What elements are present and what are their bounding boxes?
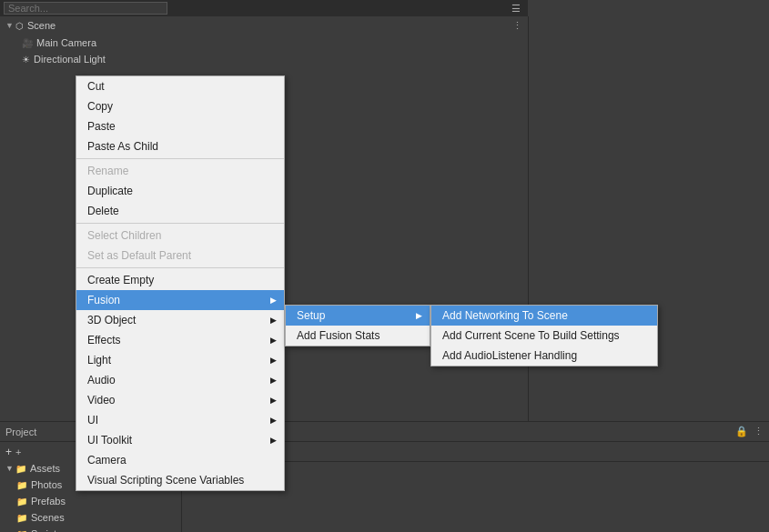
scenes-item[interactable]: 📁 Scenes: [0, 509, 181, 526]
context-menu-delete[interactable]: Delete: [76, 201, 284, 221]
add-icon: +: [5, 446, 12, 458]
video-arrow: ▶: [270, 396, 277, 405]
scenes-folder-icon: 📁: [16, 513, 27, 523]
uitoolkit-arrow: ▶: [270, 436, 277, 445]
scene-row[interactable]: ▼ ⬡ Scene ⋮: [0, 16, 528, 35]
scripts-folder-icon: 📁: [16, 529, 27, 533]
effects-arrow: ▶: [270, 336, 277, 345]
setup-submenu-networking[interactable]: Add Networking To Scene: [431, 306, 657, 326]
photos-label: Photos: [31, 479, 62, 490]
prefabs-item[interactable]: 📁 Prefabs: [0, 493, 181, 509]
scenes-label: Scenes: [31, 512, 65, 523]
scene-menu-icon[interactable]: ⋮: [512, 20, 522, 32]
prefabs-label: Prefabs: [31, 496, 66, 507]
context-menu: Cut Copy Paste Paste As Child Rename Dup…: [76, 75, 285, 491]
3dobject-arrow: ▶: [270, 316, 277, 325]
more-icon[interactable]: ⋮: [754, 426, 764, 437]
assets-arrow: ▼: [5, 464, 14, 473]
context-menu-audio[interactable]: Audio ▶: [76, 370, 284, 390]
audio-arrow: ▶: [270, 376, 277, 385]
context-menu-cut[interactable]: Cut: [76, 76, 284, 96]
context-menu-light[interactable]: Light ▶: [76, 350, 284, 370]
context-menu-visual-scripting[interactable]: Visual Scripting Scene Variables: [76, 470, 284, 490]
fusion-arrow: ▶: [270, 296, 277, 305]
context-menu-rename: Rename: [76, 161, 284, 181]
setup-arrow: ▶: [416, 311, 422, 320]
context-menu-select-children: Select Children: [76, 226, 284, 246]
add-label: +: [15, 447, 21, 457]
main-camera-label: Main Camera: [36, 37, 96, 48]
directional-light-label: Directional Light: [34, 54, 106, 65]
context-menu-paste-as-child[interactable]: Paste As Child: [76, 136, 284, 156]
separator-2: [76, 223, 284, 224]
setup-submenu: Add Networking To Scene Add Current Scen…: [430, 305, 658, 366]
setup-submenu-audiolistener[interactable]: Add AudioListener Handling: [431, 346, 657, 366]
fusion-submenu-setup[interactable]: Setup ▶: [286, 306, 430, 326]
scene-icon: ⬡: [15, 21, 24, 31]
tree-item-main-camera[interactable]: 🎥 Main Camera: [0, 35, 528, 51]
context-menu-duplicate[interactable]: Duplicate: [76, 181, 284, 201]
context-menu-paste[interactable]: Paste: [76, 116, 284, 136]
context-menu-camera[interactable]: Camera: [76, 450, 284, 470]
context-menu-video[interactable]: Video ▶: [76, 390, 284, 410]
ui-arrow: ▶: [270, 416, 277, 425]
photos-folder-icon: 📁: [16, 480, 27, 490]
context-menu-effects[interactable]: Effects ▶: [76, 330, 284, 350]
prefabs-folder-icon: 📁: [16, 497, 27, 507]
tree-item-directional-light[interactable]: ☀ Directional Light: [0, 51, 528, 67]
scene-arrow: ▼: [5, 21, 14, 30]
fusion-submenu: Setup ▶ Add Fusion Stats: [285, 305, 430, 346]
light-icon: ☀: [22, 55, 30, 65]
setup-submenu-build-settings[interactable]: Add Current Scene To Build Settings: [431, 326, 657, 346]
light-arrow: ▶: [270, 356, 277, 365]
fusion-submenu-stats[interactable]: Add Fusion Stats: [286, 326, 430, 346]
scene-label: Scene: [27, 20, 56, 31]
assets-label: Assets: [30, 463, 60, 474]
context-menu-set-default-parent: Set as Default Parent: [76, 246, 284, 266]
hierarchy-options-icon: ☰: [511, 3, 521, 15]
context-menu-3dobject[interactable]: 3D Object ▶: [76, 310, 284, 330]
context-menu-create-empty[interactable]: Create Empty: [76, 270, 284, 290]
context-menu-ui[interactable]: UI ▶: [76, 410, 284, 430]
scripts-label: Scripts: [31, 528, 62, 532]
separator-1: [76, 158, 284, 159]
context-menu-copy[interactable]: Copy: [76, 96, 284, 116]
folder-icon: 📁: [15, 464, 26, 474]
scripts-item[interactable]: 📁 Scripts: [0, 526, 181, 532]
camera-icon: 🎥: [22, 38, 33, 48]
lock-icon: 🔒: [735, 426, 748, 437]
project-label: Project: [5, 427, 36, 437]
search-input[interactable]: [4, 2, 167, 15]
context-menu-ui-toolkit[interactable]: UI Toolkit ▶: [76, 430, 284, 450]
context-menu-fusion[interactable]: Fusion ▶: [76, 290, 284, 310]
separator-3: [76, 267, 284, 268]
